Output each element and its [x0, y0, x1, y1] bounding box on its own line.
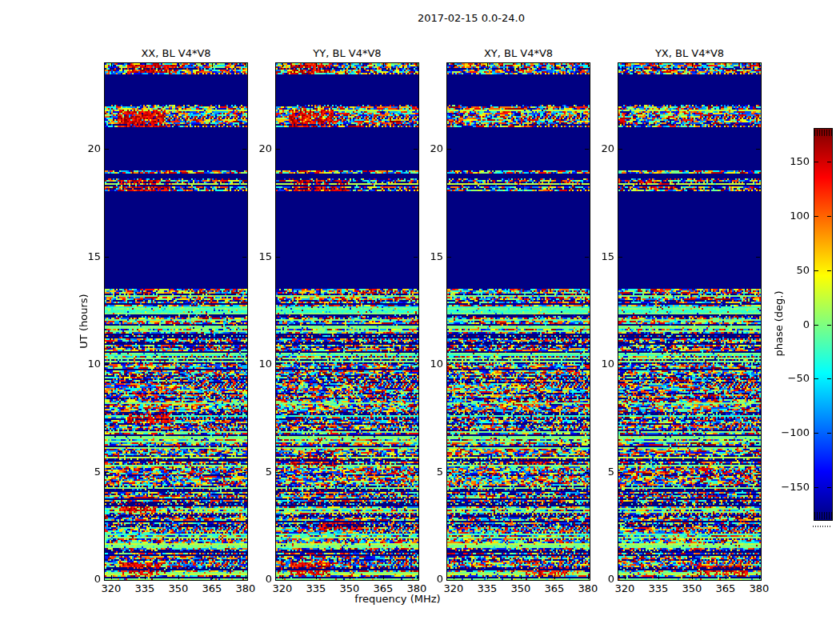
- x-tick-mark: [178, 63, 179, 67]
- y-tick-label: 0: [242, 573, 272, 585]
- x-tick-mark: [487, 575, 488, 579]
- colorbar-bottom-hatch-ticks: [814, 512, 832, 519]
- x-tick-mark: [383, 575, 384, 579]
- y-tick-label: 0: [584, 573, 614, 585]
- panel-title: XY, BL V4*V8: [446, 47, 590, 59]
- y-tick-mark: [105, 364, 109, 365]
- y-tick-mark: [756, 257, 760, 258]
- x-tick-mark: [111, 63, 112, 67]
- panel-plot-area: [275, 62, 419, 581]
- colorbar-top-hatch-ticks: [814, 130, 832, 136]
- colorbar-tick-left: [814, 378, 818, 379]
- colorbar-tick-label: 150: [752, 155, 810, 167]
- x-tick-mark: [759, 63, 760, 67]
- y-tick-mark: [756, 364, 760, 365]
- x-axis-label: frequency (MHz): [318, 593, 478, 605]
- figure-title: 2017-02-15 0.0-24.0: [391, 12, 551, 24]
- x-tick-mark: [178, 575, 179, 579]
- x-tick-mark: [625, 63, 626, 67]
- colorbar-tick-left: [814, 325, 818, 326]
- panel-title: XX, BL V4*V8: [104, 47, 248, 59]
- colorbar-tick-right: [827, 378, 831, 379]
- x-tick-mark: [521, 575, 522, 579]
- colorbar-tick-left: [814, 162, 818, 162]
- x-tick-label: 335: [129, 582, 161, 594]
- y-tick-mark: [618, 364, 622, 365]
- panel-title: YX, BL V4*V8: [618, 47, 762, 59]
- x-tick-mark: [726, 63, 726, 67]
- x-tick-mark: [145, 63, 146, 67]
- y-tick-label: 15: [584, 250, 614, 262]
- y-tick-mark: [105, 149, 109, 150]
- colorbar-tick-label: 100: [752, 210, 810, 222]
- y-tick-mark: [447, 472, 451, 473]
- x-tick-label: 335: [642, 582, 674, 594]
- x-tick-mark: [487, 63, 488, 67]
- y-tick-mark: [276, 364, 280, 365]
- x-tick-mark: [454, 63, 454, 67]
- y-tick-label: 10: [242, 358, 272, 370]
- y-tick-mark: [105, 257, 109, 258]
- y-tick-label: 15: [70, 250, 101, 262]
- y-tick-mark: [618, 149, 622, 150]
- x-tick-label: 365: [538, 582, 570, 594]
- x-tick-label: 350: [505, 582, 537, 594]
- x-tick-mark: [383, 63, 384, 67]
- x-tick-label: 380: [743, 582, 775, 594]
- colorbar-tick-right: [827, 487, 831, 488]
- x-tick-mark: [759, 575, 760, 579]
- x-tick-mark: [350, 575, 350, 579]
- phase-heatmap-canvas: [618, 63, 761, 580]
- x-tick-mark: [658, 63, 659, 67]
- colorbar-tick-right: [827, 216, 831, 217]
- phase-heatmap-canvas: [447, 63, 590, 580]
- y-tick-label: 0: [413, 573, 443, 585]
- y-tick-mark: [447, 149, 451, 150]
- x-tick-mark: [726, 575, 726, 579]
- x-tick-mark: [692, 575, 693, 579]
- y-tick-label: 0: [70, 573, 101, 585]
- x-tick-label: 350: [162, 582, 194, 594]
- x-tick-mark: [554, 63, 555, 67]
- phase-heatmap-canvas: [276, 63, 418, 580]
- y-tick-mark: [447, 364, 451, 365]
- y-tick-mark: [618, 257, 622, 258]
- x-tick-mark: [658, 575, 659, 579]
- x-tick-label: 350: [676, 582, 708, 594]
- colorbar-tick-right: [827, 433, 831, 434]
- x-tick-mark: [521, 63, 522, 67]
- y-tick-label: 20: [70, 142, 101, 154]
- panel-plot-area: [618, 62, 762, 581]
- colorbar-tick-label: −50: [752, 372, 810, 384]
- y-tick-label: 20: [242, 142, 272, 154]
- x-tick-mark: [625, 575, 626, 579]
- colorbar-tick-right: [827, 162, 831, 162]
- y-tick-label: 5: [413, 466, 443, 478]
- phase-vs-frequency-figure: 2017-02-15 0.0-24.0 XX, BL V4*V832033535…: [0, 0, 840, 640]
- x-tick-mark: [282, 575, 283, 579]
- panel-plot-area: [104, 62, 248, 581]
- y-axis-label: UT (hours): [78, 274, 90, 370]
- y-tick-label: 15: [413, 250, 443, 262]
- colorbar-tick-left: [814, 433, 818, 434]
- colorbar-tick-right: [827, 270, 831, 271]
- x-tick-mark: [246, 63, 246, 67]
- x-tick-mark: [350, 63, 350, 67]
- x-tick-mark: [145, 575, 146, 579]
- x-tick-mark: [554, 575, 555, 579]
- x-tick-label: 365: [710, 582, 742, 594]
- x-tick-mark: [212, 63, 213, 67]
- x-tick-mark: [316, 63, 317, 67]
- x-tick-mark: [316, 575, 317, 579]
- x-tick-mark: [212, 575, 213, 579]
- colorbar-tick-left: [814, 270, 818, 271]
- colorbar-label: phase (deg.): [773, 276, 785, 372]
- colorbar-tick-label: −150: [752, 481, 810, 493]
- y-tick-label: 10: [584, 358, 614, 370]
- y-tick-label: 20: [584, 142, 614, 154]
- x-tick-mark: [692, 63, 693, 67]
- colorbar-tick-left: [814, 216, 818, 217]
- panel-plot-area: [446, 62, 590, 581]
- y-tick-label: 5: [242, 466, 272, 478]
- y-tick-mark: [756, 149, 760, 150]
